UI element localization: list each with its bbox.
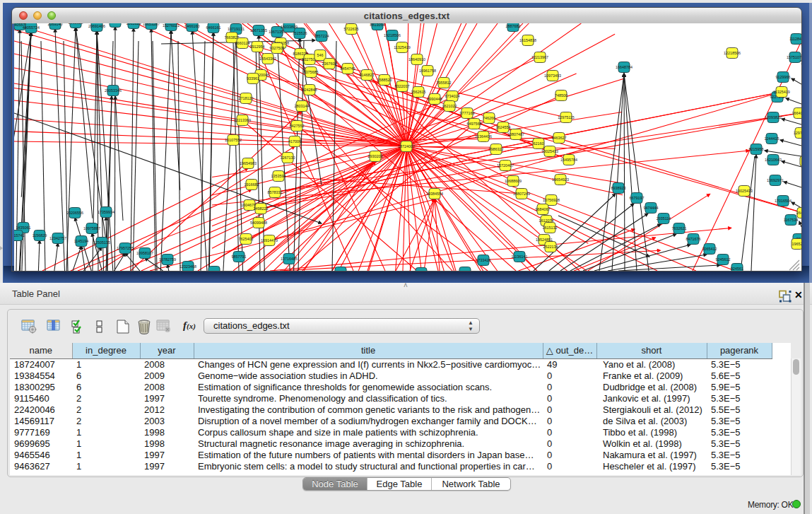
svg-text:1244415: 1244415 — [765, 136, 779, 141]
svg-text:6990448: 6990448 — [428, 97, 442, 101]
svg-text:8813054: 8813054 — [370, 23, 385, 27]
svg-text:1156829: 1156829 — [33, 233, 47, 238]
svg-text:7857224: 7857224 — [314, 34, 329, 38]
svg-text:11136141: 11136141 — [511, 255, 527, 259]
svg-text:1167534: 1167534 — [784, 218, 799, 222]
svg-text:3624554: 3624554 — [496, 125, 511, 129]
svg-text:19654983: 19654983 — [240, 161, 257, 165]
svg-text:19654923: 19654923 — [552, 177, 569, 182]
svg-text:17957255: 17957255 — [117, 246, 134, 250]
svg-text:3267130: 3267130 — [281, 156, 295, 160]
svg-text:8375685: 8375685 — [304, 70, 319, 74]
svg-text:8322037: 8322037 — [395, 84, 410, 88]
svg-text:15276021: 15276021 — [163, 23, 180, 28]
svg-text:15720407: 15720407 — [497, 163, 514, 168]
svg-text:3498222: 3498222 — [254, 206, 269, 211]
svg-text:9327505: 9327505 — [270, 46, 285, 50]
svg-text:9474444: 9474444 — [644, 206, 659, 210]
svg-text:10671356: 10671356 — [269, 30, 286, 34]
svg-text:8471676: 8471676 — [686, 237, 701, 241]
svg-text:1112841: 1112841 — [789, 37, 801, 41]
svg-text:2718120: 2718120 — [239, 96, 254, 100]
svg-text:1065329: 1065329 — [126, 23, 141, 25]
svg-text:1733426: 1733426 — [476, 258, 491, 262]
svg-text:7625402: 7625402 — [239, 237, 254, 241]
svg-text:19384554: 19384554 — [426, 192, 443, 196]
svg-text:1145194: 1145194 — [74, 239, 89, 243]
svg-text:8454749: 8454749 — [341, 66, 355, 71]
svg-text:12218506: 12218506 — [724, 51, 741, 55]
svg-text:2069140: 2069140 — [48, 23, 63, 26]
svg-text:10719131: 10719131 — [228, 27, 245, 31]
svg-text:20691406: 20691406 — [88, 24, 105, 28]
svg-text:7955812: 7955812 — [437, 81, 452, 85]
svg-text:6497568: 6497568 — [467, 122, 482, 126]
svg-text:10756928: 10756928 — [543, 198, 560, 202]
svg-text:12213967: 12213967 — [531, 55, 548, 59]
svg-text:12342757: 12342757 — [49, 236, 66, 240]
svg-text:8215958: 8215958 — [749, 147, 764, 151]
svg-text:16033809: 16033809 — [281, 25, 298, 29]
svg-text:1562615: 1562615 — [411, 90, 426, 94]
svg-text:18807249: 18807249 — [513, 192, 530, 196]
svg-text:2935114: 2935114 — [657, 216, 671, 221]
svg-text:12975115: 12975115 — [558, 115, 575, 119]
svg-text:13692971: 13692971 — [767, 178, 784, 182]
svg-text:933961: 933961 — [247, 76, 259, 81]
svg-text:17359934: 17359934 — [98, 210, 114, 214]
svg-text:44055724: 44055724 — [23, 25, 40, 30]
svg-text:8938923: 8938923 — [611, 186, 626, 190]
svg-text:6466160: 6466160 — [185, 24, 200, 28]
svg-text:10958107: 10958107 — [136, 251, 153, 255]
svg-text:1916682: 1916682 — [245, 182, 259, 187]
svg-text:9777169: 9777169 — [460, 111, 475, 115]
svg-text:924561: 924561 — [731, 267, 743, 271]
svg-text:19218506: 19218506 — [384, 33, 401, 37]
svg-text:6734024: 6734024 — [445, 94, 460, 98]
svg-text:1353594: 1353594 — [271, 174, 286, 178]
svg-text:13716485: 13716485 — [281, 257, 298, 261]
svg-text:1065328: 1065328 — [69, 23, 83, 25]
svg-text:16154838: 16154838 — [519, 38, 536, 42]
svg-text:5722635: 5722635 — [344, 27, 359, 31]
svg-text:12213369: 12213369 — [234, 118, 251, 122]
svg-text:1615132: 1615132 — [543, 226, 558, 230]
svg-text:8660124: 8660124 — [235, 41, 250, 45]
svg-text:1621022: 1621022 — [442, 104, 457, 108]
svg-text:1588520: 1588520 — [377, 78, 392, 82]
svg-text:2367608: 2367608 — [322, 62, 337, 66]
svg-text:16210643: 16210643 — [765, 158, 782, 162]
svg-text:20206556: 20206556 — [66, 211, 83, 215]
svg-text:9463627: 9463627 — [552, 136, 567, 140]
svg-text:9684067: 9684067 — [536, 207, 551, 211]
svg-text:7632621: 7632621 — [672, 226, 687, 230]
svg-text:10025433: 10025433 — [541, 149, 558, 153]
svg-text:748500: 748500 — [555, 93, 567, 98]
svg-text:6466161: 6466161 — [206, 25, 221, 30]
svg-text:546: 546 — [317, 53, 324, 57]
svg-text:9146821: 9146821 — [360, 73, 375, 77]
svg-text:3915741: 3915741 — [14, 233, 25, 238]
svg-text:16648784: 16648784 — [616, 65, 632, 69]
svg-text:10688609: 10688609 — [505, 179, 522, 183]
svg-text:12505135: 12505135 — [93, 240, 110, 245]
svg-text:2887682: 2887682 — [506, 24, 521, 28]
svg-text:10653287: 10653287 — [143, 23, 160, 26]
svg-text:8427552: 8427552 — [290, 124, 305, 128]
svg-text:746266: 746266 — [483, 116, 495, 120]
svg-text:16782759: 16782759 — [159, 257, 176, 262]
svg-text:1435061: 1435061 — [16, 226, 31, 230]
svg-text:20053346: 20053346 — [105, 88, 122, 93]
svg-text:1065328: 1065328 — [108, 23, 123, 24]
svg-text:6679197: 6679197 — [630, 196, 645, 200]
svg-text:10973493: 10973493 — [544, 74, 561, 78]
svg-text:1065412: 1065412 — [702, 247, 717, 251]
svg-text:10671355: 10671355 — [250, 28, 267, 33]
svg-text:15495784: 15495784 — [560, 158, 577, 162]
svg-text:10975887: 10975887 — [83, 226, 100, 230]
svg-text:16914479: 16914479 — [261, 238, 278, 243]
svg-text:9857791: 9857791 — [232, 255, 247, 259]
svg-text:2522134: 2522134 — [543, 245, 558, 249]
svg-text:19652: 19652 — [792, 242, 802, 246]
svg-text:18640910: 18640910 — [408, 57, 425, 62]
